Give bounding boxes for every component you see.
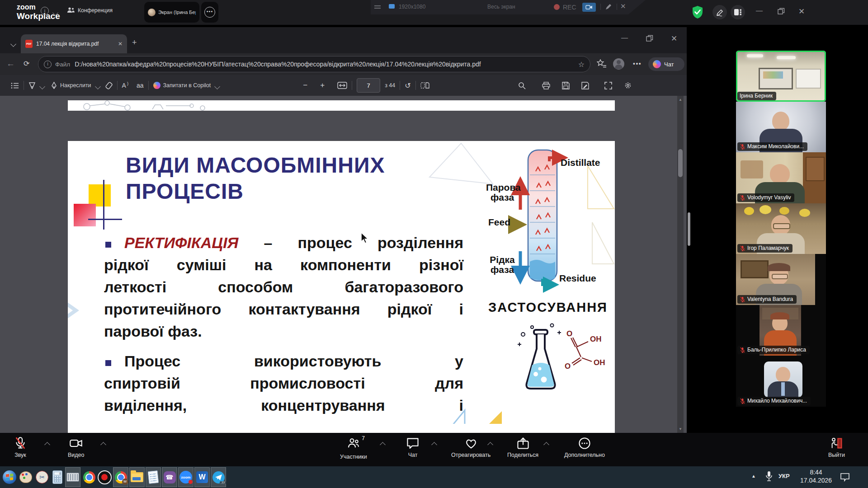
screen-tab-more-button[interactable]: ••• [201,2,218,23]
favorites-list-icon[interactable] [597,59,607,68]
mouse-cursor [360,233,370,244]
share-options-chevron[interactable] [543,442,549,448]
tray-expand-icon[interactable]: ▲ [751,474,756,479]
label-liquid-2: фаза [487,265,517,275]
read-aloud-button[interactable]: A) [122,82,128,89]
scroll-up-icon[interactable]: ▲ [677,98,684,102]
telegram-icon[interactable]: .77 [211,467,226,487]
browser-menu-ellipsis-icon[interactable]: ••• [633,60,642,67]
pdf-content-area[interactable]: ВИДИ МАСООБМІННИХ ПРОЦЕСІВ РЕКТИФІКАЦІЯ … [0,96,687,433]
leave-button[interactable]: Выйти [828,436,845,458]
participants-button[interactable]: 7 Участники [340,436,367,460]
restore-button[interactable] [778,8,785,15]
browser-restore-button[interactable] [646,35,653,42]
page-number-input[interactable] [357,78,380,93]
scrollbar-thumb[interactable] [678,149,683,177]
stop-share-close-icon[interactable]: ✕ [620,2,626,10]
on-screen-keyboard-icon[interactable] [65,467,80,487]
print-icon[interactable] [542,82,550,89]
paint-icon[interactable] [18,467,33,487]
save-icon[interactable] [562,82,570,89]
view-layout-button[interactable] [731,5,745,19]
file-explorer-icon[interactable] [129,467,145,487]
screen-recorder-icon[interactable] [97,467,112,487]
participant-tile-mykhailo[interactable]: Михайло Михайлович... [736,356,826,407]
share-indicator-strip: 868x488 Весь экран REC ✕ [371,0,646,14]
participant-tile-larysa[interactable]: Баль-Прилипко Лариса [736,305,826,356]
start-button[interactable] [2,467,17,487]
draw-button[interactable]: Накреслити [51,82,91,89]
security-shield-icon[interactable] [692,5,703,19]
participants-options-chevron[interactable] [380,442,386,448]
video-options-chevron[interactable] [100,442,106,448]
tab-screen-share[interactable]: Экран (Ірина Берник) [144,2,199,23]
snipping-tool-icon[interactable]: ✂ [34,467,50,487]
info-icon[interactable]: i [41,7,49,15]
word-icon[interactable]: W [194,467,210,487]
back-icon[interactable]: ← [6,59,15,69]
participant-tile-maksym[interactable]: Максим Миколайови... [736,102,826,152]
shared-screen-scrollbar[interactable] [688,212,690,246]
ask-copilot-button[interactable]: Запитати в Copilot [153,82,211,89]
pdf-scrollbar[interactable]: ▲ ▼ [677,96,684,433]
fullscreen-icon[interactable] [604,82,612,89]
audio-options-chevron[interactable] [44,442,50,448]
participant-name-label: Ігор Паламарчук [737,244,793,253]
zoom-in-button[interactable]: + [320,81,325,90]
highlighter-icon[interactable] [28,82,36,89]
tab-search-button[interactable] [6,37,20,51]
next-page-sliver [68,424,615,433]
tab-close-icon[interactable]: ✕ [118,41,123,47]
viber-icon[interactable]: ☎ [162,467,177,487]
chat-options-chevron[interactable] [431,442,437,448]
chat-button[interactable]: Чат [406,436,420,458]
profile-avatar[interactable] [613,58,624,70]
new-tab-button[interactable]: + [132,38,137,47]
drag-handle-icon[interactable] [374,5,381,6]
address-bar[interactable]: i Файл D:/нова%20папка/кафедра%20процесі… [38,56,590,72]
fit-width-icon[interactable] [337,82,347,89]
copilot-chat-button[interactable]: Чат [648,57,684,71]
bookmark-star-icon[interactable]: ☆ [578,60,585,69]
tray-mic-icon[interactable] [765,471,773,483]
page-info-icon[interactable]: i [44,61,52,68]
react-button[interactable]: Отреагировать [451,436,491,458]
scroll-down-icon[interactable]: ▼ [677,427,684,431]
annotation-button[interactable] [712,5,727,19]
zoom-app-icon[interactable]: zoom [178,467,193,487]
audio-button[interactable]: Звук [14,436,27,458]
clock[interactable]: 8:44 17.04.2026 [797,469,835,484]
chrome-profile-icon[interactable]: M [113,467,128,487]
share-button[interactable]: Поделиться [507,436,538,458]
muted-mic-icon [740,195,745,201]
video-button[interactable]: Видео [68,436,85,458]
eraser-icon[interactable] [105,82,113,89]
more-button[interactable]: Дополнительно [564,436,605,458]
two-page-view-icon[interactable] [420,82,429,89]
browser-minimize-button[interactable]: — [621,33,628,41]
browser-close-button[interactable]: ✕ [671,34,677,43]
toc-icon[interactable] [11,82,19,89]
minimize-button[interactable]: — [756,6,763,14]
participant-tile-valentyna[interactable]: Valentyna Bandura [736,254,826,305]
tab-meeting[interactable]: Конференция [67,7,113,14]
calculator-icon[interactable]: 0 [50,467,65,487]
share-video-button[interactable] [582,3,596,12]
notification-center-icon[interactable] [840,473,850,482]
rotate-icon[interactable]: ↺ [405,81,410,90]
zoom-out-button[interactable]: − [303,81,307,90]
browser-tab-pdf[interactable]: PDF 17.04 лекція відкрита.pdf ✕ [21,34,127,53]
chrome-icon[interactable] [81,467,97,487]
close-button[interactable]: ✕ [798,7,805,16]
save-as-icon[interactable] [581,82,589,89]
notes-icon[interactable] [146,467,161,487]
settings-gear-icon[interactable] [624,81,632,89]
participant-tile-volodymyr[interactable]: Volodymyr Vasyliv [736,152,826,203]
participant-tile-ihor[interactable]: Ігор Паламарчук [736,203,826,254]
refresh-icon[interactable]: ⟳ [24,59,29,68]
translate-button[interactable]: aа [137,82,144,89]
participant-tile-irina[interactable]: Ірина Берник [736,51,826,102]
search-icon[interactable] [518,82,526,89]
language-indicator[interactable]: УКР [778,473,790,479]
annotate-pen-icon[interactable] [605,3,612,10]
